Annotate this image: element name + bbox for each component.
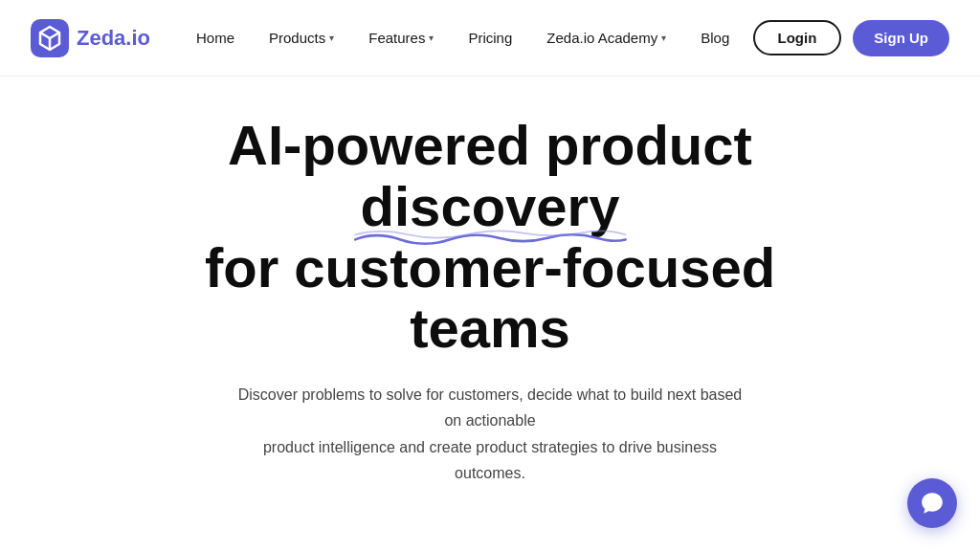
features-chevron-icon: ▾ <box>429 33 434 43</box>
underline-wrap: discovery <box>361 176 620 237</box>
hero-title: AI-powered product discovery for custome… <box>205 115 775 359</box>
hero-subtitle: Discover problems to solve for customers… <box>232 382 748 486</box>
nav-products[interactable]: Products ▾ <box>254 22 349 54</box>
nav-academy[interactable]: Zeda.io Academy ▾ <box>531 22 681 54</box>
nav-links: Home Products ▾ Features ▾ Pricing Zeda.… <box>181 22 752 54</box>
products-chevron-icon: ▾ <box>329 33 334 43</box>
nav-actions: Login Sign Up <box>753 20 950 56</box>
squiggle-decoration <box>351 228 630 245</box>
signup-button[interactable]: Sign Up <box>853 20 949 56</box>
nav-blog[interactable]: Blog <box>685 22 745 54</box>
nav-features[interactable]: Features ▾ <box>353 22 449 54</box>
chat-bubble-button[interactable] <box>907 478 957 528</box>
nav-pricing[interactable]: Pricing <box>453 22 527 54</box>
logo[interactable]: Zeda.io <box>31 19 150 57</box>
hero-section: AI-powered product discovery for custome… <box>0 77 980 505</box>
academy-chevron-icon: ▾ <box>661 33 666 43</box>
navbar: Zeda.io Home Products ▾ Features ▾ Prici… <box>0 0 980 77</box>
login-button[interactable]: Login <box>753 20 842 55</box>
logo-text: Zeda.io <box>77 26 150 51</box>
chat-icon <box>920 491 945 516</box>
nav-home[interactable]: Home <box>181 22 250 54</box>
